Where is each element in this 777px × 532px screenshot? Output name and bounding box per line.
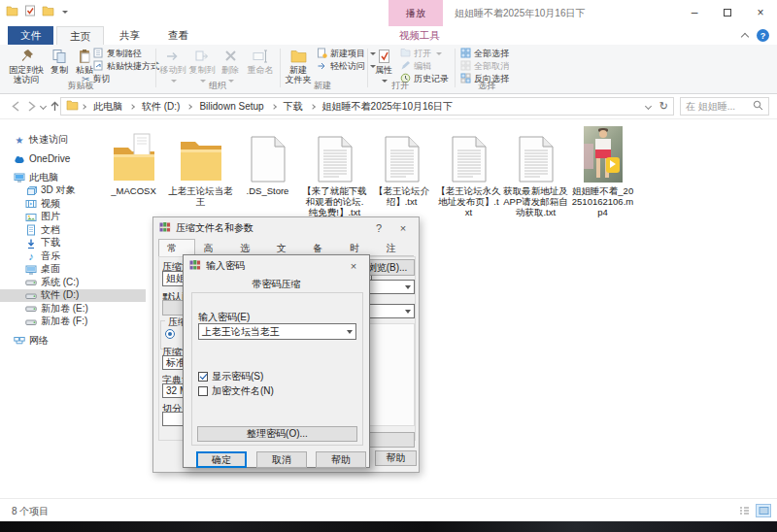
edit-button[interactable]: 编辑: [400, 60, 431, 72]
easy-access-icon: [317, 60, 327, 73]
dialog-help-icon[interactable]: ?: [369, 220, 388, 235]
paste-shortcut-button[interactable]: 粘贴快捷方式: [93, 60, 159, 72]
password-help-button[interactable]: 帮助: [316, 451, 366, 468]
sidebar-item-drive-c[interactable]: 系统 (C:): [0, 276, 146, 289]
details-view-icon[interactable]: [736, 504, 752, 517]
winrar-icon: [159, 221, 171, 235]
blank-file-icon: [251, 136, 286, 183]
video-thumbnail: [584, 126, 623, 183]
drive-icon: [25, 316, 37, 328]
password-dialog: 输入密码 × 带密码压缩 输入密码(E) 上老王论坛当老王 显示密码(S) 加密…: [183, 254, 370, 468]
tab-file[interactable]: 文件: [8, 26, 53, 45]
forward-icon[interactable]: [25, 100, 38, 115]
network-icon: [14, 335, 25, 347]
item-count: 8 个项目: [12, 505, 49, 518]
cancel-button[interactable]: 取消: [256, 451, 307, 468]
encrypt-names-checkbox[interactable]: 加密文件名(N): [198, 384, 274, 398]
play-badge-icon: [606, 157, 620, 173]
properties-qat-icon[interactable]: [24, 5, 36, 18]
select-all-button[interactable]: 全部选择: [460, 48, 509, 59]
group-caption-open: 打开: [371, 80, 429, 92]
delete-icon: [218, 48, 243, 64]
group-caption-select: 选择: [456, 80, 517, 92]
copy-path-button[interactable]: 复制路径: [93, 48, 142, 59]
select-none-icon: [460, 60, 471, 73]
breadcrumb[interactable]: 此电脑 软件 (D:) Bilidown Setup 下载 姐姐睡不着2025年…: [60, 97, 674, 116]
tab-view[interactable]: 查看: [155, 26, 201, 45]
copy-icon: [47, 48, 72, 64]
thumbnail-view-icon[interactable]: [756, 504, 771, 517]
close-button[interactable]: ×: [744, 0, 777, 25]
file-item-dsstore[interactable]: .DS_Store: [234, 122, 301, 217]
breadcrumb-bilidown[interactable]: Bilidown Setup: [194, 101, 268, 112]
help-icon[interactable]: ?: [757, 29, 769, 42]
file-item-txt-2[interactable]: 【老王论坛介绍】.txt: [368, 122, 435, 217]
copy-button[interactable]: 复制: [47, 47, 72, 75]
new-folder-qat-icon[interactable]: [42, 6, 54, 18]
rename-button[interactable]: 重命名: [245, 47, 276, 75]
text-file-icon: [318, 136, 353, 183]
archive-dialog-title: 压缩文件名和参数: [176, 221, 364, 235]
file-item-txt-1[interactable]: 【来了就能下载和观看的论坛.纯免费!】.txt: [301, 122, 368, 217]
document-icon: [25, 224, 37, 236]
archive-help-button[interactable]: 帮助: [375, 450, 417, 466]
tab-home[interactable]: 主页: [56, 26, 104, 45]
sidebar-item-documents[interactable]: 文档: [0, 223, 146, 237]
ribbon-tab-row: 文件 主页 共享 查看 视频工具 ?: [0, 26, 777, 45]
recent-locations-icon[interactable]: [40, 103, 47, 110]
search-input[interactable]: 在 姐姐睡...: [680, 97, 769, 116]
cube-icon: [25, 185, 37, 197]
download-arrow-icon: [25, 238, 37, 249]
show-password-checkbox[interactable]: 显示密码(S): [198, 370, 263, 383]
sidebar-item-drive-d[interactable]: 软件 (D:): [0, 289, 146, 303]
tab-share[interactable]: 共享: [107, 26, 152, 45]
desktop-strip: [0, 521, 777, 532]
sidebar-item-downloads[interactable]: 下载: [0, 237, 146, 250]
sidebar-item-music[interactable]: ♪音乐: [0, 249, 146, 263]
select-none-button[interactable]: 全部取消: [460, 60, 509, 72]
sidebar-item-desktop[interactable]: 桌面: [0, 263, 146, 277]
file-item-folder[interactable]: 上老王论坛当老王: [167, 122, 234, 217]
tab-comment[interactable]: 注释: [377, 239, 414, 256]
format-rar-radio[interactable]: [165, 329, 175, 339]
explorer-window: 播放 姐姐睡不着2025年10月16日下 – × 文件 主页 共享 查看 视频工…: [0, 0, 777, 532]
sidebar-item-network[interactable]: 网络: [0, 334, 146, 348]
refresh-icon[interactable]: ↻: [659, 100, 668, 113]
music-note-icon: ♪: [25, 250, 37, 262]
checkbox-checked-icon: [198, 372, 208, 382]
breadcrumb-downloads[interactable]: 下载: [279, 100, 308, 114]
ribbon: 固定到快 速访问 复制 粘贴 复制路径 粘贴快捷方式 ✂ 剪切 剪贴板 移动到: [0, 45, 777, 94]
password-input-label: 输入密码(E): [198, 311, 250, 324]
open-button[interactable]: 打开: [400, 48, 442, 59]
sidebar-item-drive-e[interactable]: 新加卷 (E:): [0, 302, 146, 316]
drive-icon: [25, 303, 37, 315]
password-close-icon[interactable]: ×: [344, 258, 363, 273]
collapse-ribbon-icon[interactable]: [741, 33, 749, 41]
copy-to-icon: [188, 48, 216, 64]
pin-icon: [8, 48, 45, 64]
ok-button[interactable]: 确定: [196, 451, 247, 468]
address-dropdown-icon[interactable]: [645, 103, 652, 110]
picture-icon: [25, 212, 37, 223]
group-caption-clipboard: 剪贴板: [8, 80, 153, 92]
dialog-close-icon[interactable]: ×: [393, 220, 413, 235]
breadcrumb-drive-d[interactable]: 软件 (D:): [137, 100, 185, 114]
file-item-video[interactable]: 姐姐睡不着_202510162106.mp4: [569, 122, 636, 217]
folder-with-page-icon: [111, 132, 157, 183]
breadcrumb-current-folder[interactable]: 姐姐睡不着2025年10月16日下: [318, 100, 458, 114]
password-input[interactable]: 上老王论坛当老王: [198, 323, 356, 340]
file-item-macosx[interactable]: _MACOSX: [100, 122, 167, 217]
sidebar-item-drive-f[interactable]: 新加卷 (F:): [0, 316, 146, 329]
file-item-txt-3[interactable]: 【老王论坛永久地址发布页】.txt: [435, 122, 502, 217]
organize-passwords-button[interactable]: 整理密码(O)...: [197, 426, 357, 442]
tab-video-tools[interactable]: 视频工具: [387, 26, 453, 45]
qat-customize-icon[interactable]: [62, 11, 68, 14]
address-bar: 此电脑 软件 (D:) Bilidown Setup 下载 姐姐睡不着2025年…: [0, 94, 777, 119]
minimize-button[interactable]: –: [678, 0, 711, 25]
maximize-button[interactable]: [711, 0, 744, 25]
back-icon[interactable]: [10, 100, 22, 115]
quick-access-toolbar: [6, 5, 68, 18]
file-item-txt-4[interactable]: 获取最新地址及APP请发邮箱自动获取.txt: [502, 122, 569, 217]
breadcrumb-this-pc[interactable]: 此电脑: [88, 100, 127, 114]
title-bar: 播放 姐姐睡不着2025年10月16日下 – ×: [0, 0, 777, 26]
